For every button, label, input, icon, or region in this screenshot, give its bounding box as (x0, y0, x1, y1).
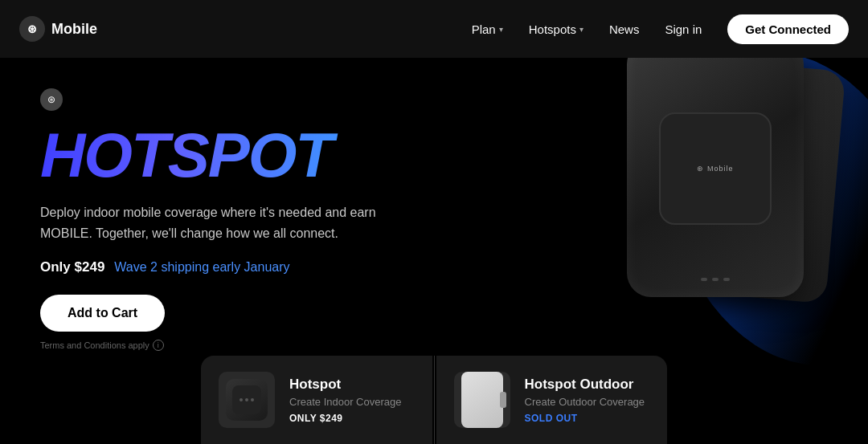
indoor-device-icon (226, 379, 268, 421)
nav-logo[interactable]: ⊛ Mobile (19, 16, 97, 42)
hotspot-title: HOTSPOT (40, 124, 442, 186)
hero-content: ⊛ Mobile™ HOTSPOT Deploy indoor mobile c… (40, 72, 442, 367)
dot (251, 398, 254, 401)
product-name-indoor: Hotspot (289, 377, 415, 393)
price-row: Only $249 Wave 2 shipping early January (40, 259, 442, 275)
nav-link-news[interactable]: News (600, 16, 649, 43)
nav-links: Plan ▾ Hotspots ▾ News Sign in Get Conne… (462, 14, 849, 44)
brand-name: Mobile (51, 21, 97, 38)
get-connected-button[interactable]: Get Connected (727, 14, 849, 44)
device-shape: ⊛ Mobile (587, 16, 852, 337)
product-cards: Hotspot Create Indoor Coverage ONLY $249… (201, 356, 667, 444)
add-to-cart-button[interactable]: Add to Cart (40, 295, 165, 332)
outdoor-device-port (500, 392, 506, 408)
indoor-device-inner (232, 385, 261, 414)
product-name-outdoor: Hotspot Outdoor (525, 377, 650, 393)
terms-row: Terms and Conditions apply i (40, 340, 442, 351)
device-port-3 (723, 278, 730, 281)
device-port-1 (701, 278, 707, 281)
product-subtitle-indoor: Create Indoor Coverage (289, 396, 415, 408)
product-price-outdoor: SOLD OUT (525, 413, 650, 424)
product-subtitle-outdoor: Create Outdoor Coverage (525, 396, 650, 408)
dot (245, 398, 248, 401)
info-icon: i (153, 340, 164, 351)
product-card-outdoor[interactable]: Hotspot Outdoor Create Outdoor Coverage … (436, 356, 668, 444)
device-port-2 (712, 278, 719, 281)
trademark-symbol: ™ (107, 92, 114, 100)
device-ports (701, 278, 730, 281)
hero-description: Deploy indoor mobile coverage where it's… (40, 202, 378, 243)
dot-row (240, 398, 254, 401)
product-info-outdoor: Hotspot Outdoor Create Outdoor Coverage … (525, 377, 650, 424)
dot (240, 398, 243, 401)
product-price-indoor: ONLY $249 (289, 413, 415, 424)
product-card-indoor[interactable]: Hotspot Create Indoor Coverage ONLY $249 (201, 356, 432, 444)
hero-brand-logo: ⊛ Mobile™ (40, 88, 442, 111)
product-thumb-indoor (219, 372, 275, 428)
hero-logo-icon: ⊛ (40, 88, 63, 111)
nav-link-signin[interactable]: Sign in (655, 16, 711, 43)
chevron-down-icon: ▾ (579, 25, 583, 34)
product-info-indoor: Hotspot Create Indoor Coverage ONLY $249 (289, 377, 415, 424)
navbar: ⊛ Mobile Plan ▾ Hotspots ▾ News Sign in … (0, 0, 868, 58)
device-screen: ⊛ Mobile (659, 112, 772, 225)
nav-link-plan[interactable]: Plan ▾ (462, 16, 513, 43)
terms-label: Terms and Conditions apply (40, 340, 149, 350)
price-text: Only $249 (40, 259, 104, 275)
product-thumb-outdoor (454, 372, 510, 428)
device-main: ⊛ Mobile (627, 40, 804, 297)
outdoor-device-icon (461, 372, 503, 428)
nav-link-hotspots[interactable]: Hotspots ▾ (519, 16, 593, 43)
card-divider (434, 356, 435, 444)
wave-shipping-link[interactable]: Wave 2 shipping early January (114, 260, 289, 275)
device-brand-label: ⊛ Mobile (697, 165, 733, 173)
hero-brand-name: Mobile™ (69, 92, 114, 107)
chevron-down-icon: ▾ (499, 25, 503, 34)
logo-icon: ⊛ (19, 16, 45, 42)
